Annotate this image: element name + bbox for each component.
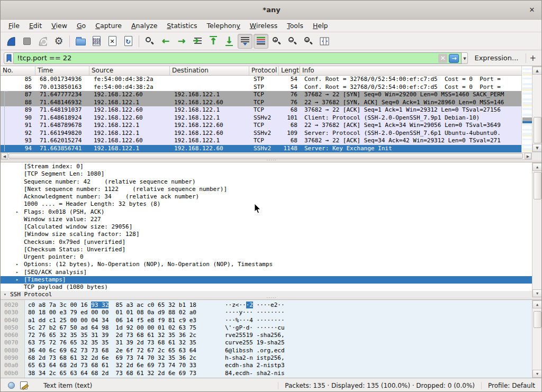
zoom-reset-button[interactable]: = (301, 34, 316, 49)
intelligent-scrollbar-minimap[interactable] (521, 66, 532, 152)
details-vertical-scrollbar[interactable]: ▲ ▼ (532, 162, 542, 297)
scroll-left-icon[interactable]: ◀ (1, 153, 8, 159)
menu-wireless[interactable]: Wireless (245, 20, 282, 31)
column-header-time[interactable]: Time (35, 66, 89, 75)
profile-text[interactable]: Profile: Default (481, 382, 542, 389)
expert-info-icon[interactable] (8, 382, 15, 389)
collapse-icon[interactable]: ▾ (4, 291, 6, 297)
detail-line-8[interactable]: [Calculated window size: 29056] (1, 223, 532, 231)
packet-list-vertical-scrollbar[interactable]: ▲ ▼ (532, 66, 542, 152)
detail-line-3[interactable]: [Next sequence number: 1122 (relative se… (1, 186, 532, 193)
packet-row-85[interactable]: 8568.001734936fe:54:00:d4:38:2aSTP54Conf… (1, 76, 521, 84)
close-file-button[interactable]: ✕ (105, 34, 120, 49)
menu-edit[interactable]: Edit (24, 20, 47, 31)
detail-line-1[interactable]: [TCP Segment Len: 1080] (1, 170, 532, 178)
packet-row-86[interactable]: 8670.013850163fe:54:00:d4:38:2aSTP54Conf… (1, 84, 521, 92)
title-bar[interactable]: *any ✕ (1, 1, 542, 20)
menu-file[interactable]: File (4, 20, 24, 31)
column-header-length[interactable]: Length (279, 66, 300, 75)
scroll-down-icon[interactable]: ▼ (532, 289, 542, 297)
packet-row-93[interactable]: 9371.662015274192.168.122.60192.168.122.… (1, 137, 521, 145)
auto-scroll-button[interactable] (238, 34, 252, 49)
colorize-button[interactable] (254, 34, 268, 49)
menu-view[interactable]: View (47, 20, 72, 31)
resize-columns-button[interactable] (317, 34, 332, 49)
detail-line-14[interactable]: ▸[SEQ/ACK analysis] (1, 269, 532, 276)
detail-line-15[interactable]: ▸[Timestamps] (1, 276, 532, 284)
last-packet-button[interactable]: ↓ (222, 34, 237, 49)
detail-line-4[interactable]: Acknowledgment number: 34 (relative ack … (1, 193, 532, 200)
packet-row-89[interactable]: 8971.648191037192.168.122.60192.168.122.… (1, 106, 521, 114)
scroll-up-icon[interactable]: ▲ (532, 67, 542, 75)
menu-help[interactable]: Help (308, 20, 333, 31)
save-file-button[interactable]: 010110100101 (89, 34, 104, 49)
menu-telephony[interactable]: Telephony (202, 20, 245, 31)
detail-line-13[interactable]: ▸Options: (12 bytes), No-Operation (NOP)… (1, 261, 532, 268)
scroll-down-icon[interactable]: ▼ (532, 370, 542, 378)
scrollbar-thumb[interactable] (534, 172, 541, 199)
scroll-right-icon[interactable]: ▶ (525, 153, 531, 159)
packet-row-94[interactable]: 9471.663856741192.168.122.1192.168.122.6… (1, 145, 521, 153)
scroll-up-icon[interactable]: ▲ (532, 163, 542, 171)
detail-line-10[interactable]: Checksum: 0x79ed [unverified] (1, 239, 532, 246)
open-file-button[interactable] (73, 34, 88, 49)
capture-options-button[interactable]: ⚙ (51, 34, 66, 49)
menu-go[interactable]: Go (72, 20, 91, 31)
packet-row-88[interactable]: 8871.648146932192.168.122.1192.168.122.6… (1, 99, 521, 107)
filter-bookmark-button[interactable] (4, 52, 14, 64)
add-filter-button[interactable]: + (526, 53, 539, 63)
hex-line-0080[interactable]: 008036 40 6c 69 62 73 73 68 2e 6f 72 67 … (1, 347, 532, 354)
expand-icon[interactable]: ▸ (16, 261, 19, 268)
detail-line-7[interactable]: Window size value: 227 (1, 216, 532, 223)
packet-row-90[interactable]: 9071.648618924192.168.122.60192.168.122.… (1, 114, 521, 122)
detail-line-16[interactable]: TCP payload (1080 bytes) (1, 284, 532, 291)
go-to-packet-button[interactable] (190, 34, 205, 49)
menu-statistics[interactable]: Statistics (162, 20, 202, 31)
apply-filter-icon[interactable]: → (449, 54, 459, 63)
display-filter-input[interactable]: !tcp.port == 22 ✕ → (14, 52, 462, 64)
hex-line-0070[interactable]: 007063 75 72 76 65 32 35 35 31 39 2d 73 … (1, 339, 532, 347)
hex-line-0040[interactable]: 0040a1 dd c1 25 00 00 04 34 06 14 f5 e8 … (1, 317, 532, 324)
find-packet-button[interactable] (142, 34, 157, 49)
scroll-up-icon[interactable]: ▲ (532, 300, 542, 308)
column-header-protocol[interactable]: Protocol (249, 66, 279, 75)
first-packet-button[interactable]: ↑ (206, 34, 221, 49)
detail-line-9[interactable]: [Window size scaling factor: 128] (1, 231, 532, 238)
restart-capture-button[interactable] (35, 34, 50, 49)
hex-line-0030[interactable]: 003080 18 00 e3 79 ed 00 00 01 01 08 0a … (1, 309, 532, 316)
scrollbar-thumb[interactable] (534, 117, 541, 143)
column-header-info[interactable]: Info (300, 66, 521, 75)
hex-vertical-scrollbar[interactable]: ▲ ▼ (532, 300, 542, 378)
menu-analyze[interactable]: Analyze (127, 20, 162, 31)
scrollbar-thumb[interactable] (534, 311, 541, 328)
packet-row-87[interactable]: 8771.647777234192.168.122.60192.168.122.… (1, 91, 521, 99)
zoom-in-button[interactable]: + (269, 34, 284, 49)
expand-icon[interactable]: ▸ (16, 269, 19, 276)
packet-row-92[interactable]: 9271.661949820192.168.122.1192.168.122.6… (1, 130, 521, 138)
column-header-source[interactable]: Source (89, 66, 170, 75)
menu-tools[interactable]: Tools (282, 20, 308, 31)
menu-capture[interactable]: Capture (91, 20, 127, 31)
hex-line-00b0[interactable]: 00b038 34 2c 65 63 64 68 2d 73 68 61 32 … (1, 370, 532, 377)
capture-comment-icon[interactable] (20, 381, 28, 389)
column-header-destination[interactable]: Destination (170, 66, 249, 75)
start-capture-button[interactable] (4, 34, 19, 49)
packet-row-91[interactable]: 9171.648789678192.168.122.1192.168.122.6… (1, 122, 521, 130)
detail-line-5[interactable]: 1000 .... = Header Length: 32 bytes (8) (1, 200, 532, 208)
previous-packet-button[interactable]: ← (158, 34, 173, 49)
detail-line-11[interactable]: [Checksum Status: Unverified] (1, 246, 532, 253)
scroll-down-icon[interactable]: ▼ (532, 144, 542, 152)
scrollbar-thumb[interactable] (8, 153, 523, 159)
column-header-no[interactable]: No. (1, 66, 35, 75)
reload-file-button[interactable]: ↻ (121, 34, 136, 49)
detail-line-0[interactable]: [Stream index: 0] (1, 163, 532, 170)
hex-line-0020[interactable]: 0020c0 a8 7a 3c 00 16 93 32 85 a3 ac c0 … (1, 302, 532, 309)
filter-history-dropdown-icon[interactable]: ▼ (462, 52, 468, 64)
close-window-icon[interactable]: ✕ (528, 6, 536, 14)
next-packet-button[interactable]: → (174, 34, 189, 49)
expand-icon[interactable]: ▸ (16, 208, 19, 216)
hex-line-0050[interactable]: 00505c 27 b2 67 50 ad 64 98 1d 92 00 00 … (1, 324, 532, 332)
hex-line-0090[interactable]: 009068 2d 73 68 61 32 2d 6e 69 73 74 70 … (1, 354, 532, 362)
expression-button[interactable]: Expression... (474, 54, 518, 62)
zoom-out-button[interactable]: − (285, 34, 300, 49)
